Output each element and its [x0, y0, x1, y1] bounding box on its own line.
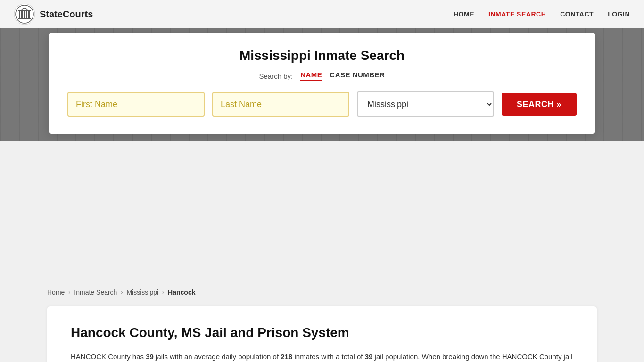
nav-link-inmate-search[interactable]: INMATE SEARCH [488, 10, 546, 18]
svg-rect-3 [21, 11, 23, 18]
search-card-title: Mississippi Inmate Search [67, 48, 577, 63]
chevron-icon-2: › [121, 289, 123, 296]
svg-rect-5 [26, 11, 27, 18]
nav-link-contact[interactable]: CONTACT [560, 10, 594, 18]
stat-avg-pop: 218 [281, 353, 292, 361]
logo-icon [14, 4, 35, 25]
info-card-description: HANCOCK County has 39 jails with an aver… [71, 351, 573, 362]
nav-links: HOME INMATE SEARCH CONTACT LOGIN [454, 10, 630, 18]
breadcrumb-inmate-search[interactable]: Inmate Search [74, 288, 117, 296]
last-name-input[interactable] [212, 92, 349, 117]
svg-rect-4 [24, 11, 25, 18]
nav-item-contact[interactable]: CONTACT [560, 10, 594, 18]
chevron-icon-3: › [162, 289, 164, 296]
stat-jails-count: 39 [146, 353, 154, 361]
svg-rect-7 [18, 10, 31, 11]
nav-link-home[interactable]: HOME [454, 10, 474, 18]
brand-name: StateCourts [40, 9, 93, 20]
main-content: Home › Inmate Search › Mississippi › Han… [0, 283, 644, 362]
nav-item-login[interactable]: LOGIN [608, 10, 630, 18]
first-name-input[interactable] [67, 92, 205, 117]
breadcrumb-home[interactable]: Home [47, 288, 65, 296]
breadcrumb-current: Hancock [168, 288, 195, 296]
stat-total-jail-pop: 39 [365, 353, 373, 361]
svg-rect-2 [19, 11, 20, 18]
nav-link-login[interactable]: LOGIN [608, 10, 630, 18]
info-card: Hancock County, MS Jail and Prison Syste… [47, 306, 597, 362]
svg-rect-6 [28, 11, 30, 18]
tab-case-number[interactable]: CASE NUMBER [330, 71, 385, 81]
breadcrumb-mississippi[interactable]: Mississippi [126, 288, 158, 296]
navbar: StateCourts HOME INMATE SEARCH CONTACT L… [0, 0, 644, 28]
search-by-row: Search by: NAME CASE NUMBER [67, 71, 577, 81]
logo-area: StateCourts [14, 4, 454, 25]
tab-name[interactable]: NAME [300, 71, 322, 81]
search-card: Mississippi Inmate Search Search by: NAM… [49, 33, 595, 134]
state-select[interactable]: Mississippi Alabama Alaska Arizona Arkan… [357, 91, 494, 117]
info-card-title: Hancock County, MS Jail and Prison Syste… [71, 325, 573, 340]
nav-item-inmate-search[interactable]: INMATE SEARCH [488, 10, 546, 18]
search-button[interactable]: SEARCH » [502, 93, 577, 116]
svg-rect-8 [18, 18, 31, 19]
search-by-label: Search by: [259, 72, 293, 80]
nav-item-home[interactable]: HOME [454, 10, 474, 18]
breadcrumb: Home › Inmate Search › Mississippi › Han… [0, 283, 644, 302]
search-inputs-row: Mississippi Alabama Alaska Arizona Arkan… [67, 91, 577, 117]
chevron-icon-1: › [68, 289, 70, 296]
